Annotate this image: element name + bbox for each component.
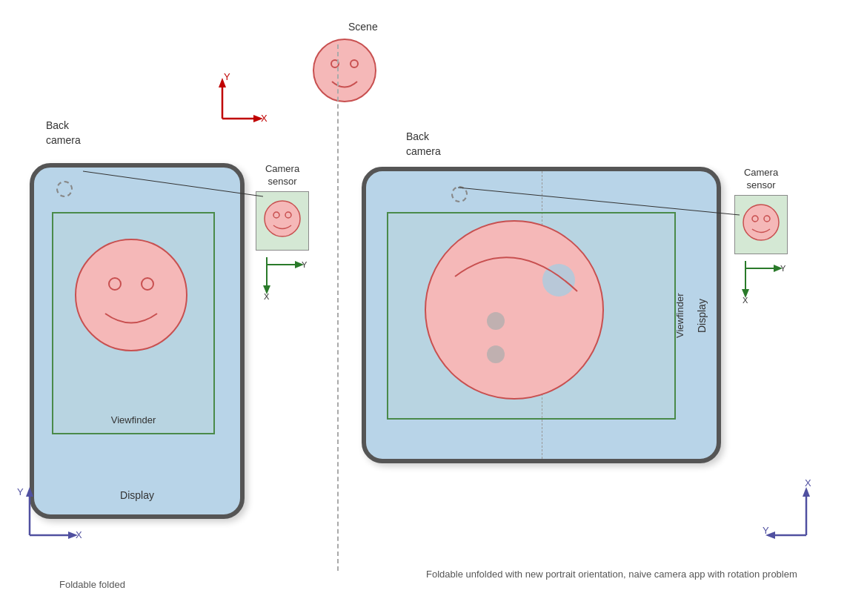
left-connection-line	[67, 159, 267, 234]
svg-point-30	[487, 312, 505, 330]
svg-point-0	[313, 39, 376, 102]
svg-text:X: X	[264, 292, 270, 301]
svg-text:Y: Y	[780, 264, 786, 273]
right-connection-line	[428, 174, 747, 234]
right-display-label: Display	[696, 212, 708, 420]
scene-label: Scene	[348, 21, 378, 33]
divider	[337, 44, 339, 571]
left-viewfinder: Viewfinder	[52, 212, 215, 434]
desc-right: Foldable unfolded with new portrait orie…	[426, 567, 797, 583]
svg-text:X: X	[743, 296, 748, 305]
main-container: Scene Y X Backcamera	[0, 0, 847, 616]
svg-text:X: X	[261, 113, 268, 124]
back-camera-label-right: Backcamera	[406, 130, 441, 159]
scene-axes: Y X	[207, 74, 267, 129]
bottom-left-axes: Y X	[15, 483, 82, 546]
svg-point-12	[265, 201, 300, 236]
svg-text:X: X	[805, 477, 811, 489]
svg-point-28	[425, 221, 603, 399]
svg-point-32	[743, 205, 779, 240]
svg-text:X: X	[76, 529, 82, 540]
svg-line-21	[83, 171, 263, 196]
left-sensor-axes: Y X	[256, 254, 309, 301]
svg-point-9	[76, 239, 187, 351]
left-viewfinder-label: Viewfinder	[53, 414, 213, 425]
svg-line-41	[458, 188, 740, 215]
right-viewfinder-label: Viewfinder	[674, 212, 685, 420]
svg-text:Y: Y	[17, 486, 24, 497]
bottom-right-axes: X Y	[762, 483, 828, 546]
desc-left: Foldable folded	[59, 579, 125, 590]
right-viewfinder	[387, 212, 676, 420]
right-sensor-axes: Y X	[734, 257, 788, 305]
svg-text:Y: Y	[302, 260, 308, 269]
back-camera-label-left: Backcamera	[46, 119, 81, 148]
svg-text:Y: Y	[763, 525, 769, 536]
scene-face	[311, 37, 378, 107]
svg-point-31	[487, 345, 505, 363]
svg-marker-23	[26, 487, 33, 497]
svg-text:Y: Y	[224, 71, 230, 82]
